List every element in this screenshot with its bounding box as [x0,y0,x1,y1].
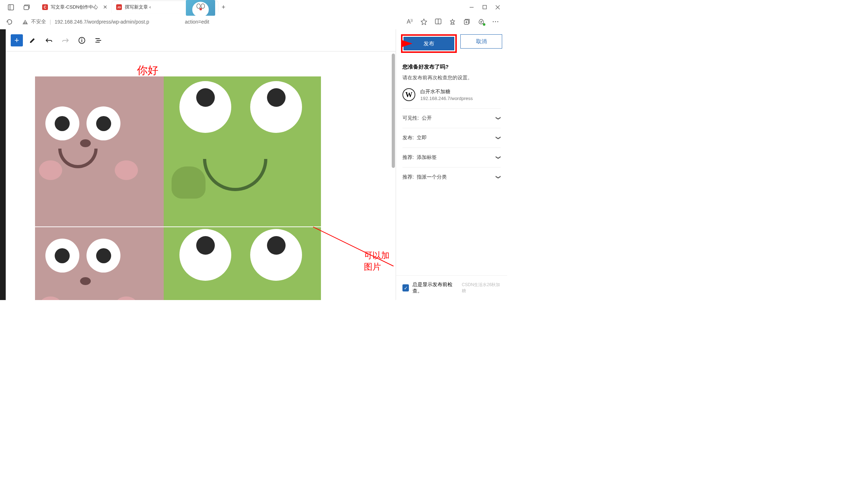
sidebar-footer: ✓ 总是显示发布前检查。 CSDN生活水26秋加糖 [396,275,507,300]
performance-icon[interactable] [478,19,485,25]
site-name: 白开水不加糖 [420,89,473,95]
wordpress-logo-icon: W [402,88,415,101]
row-key: 推荐: [402,154,414,161]
browser-tabs: C 写文章-CSDN创作中心 ✕ JD 撰写新文章 ‹ — W ✕ + [38,1,465,13]
minimize-icon[interactable] [469,5,474,10]
refresh-icon[interactable] [4,17,14,27]
svg-rect-8 [25,23,26,24]
svg-point-18 [81,38,82,39]
annotation-text: 可以加图片 [364,250,396,273]
chevron-down-icon: ❯ [496,175,501,179]
row-key: 发布: [402,135,414,141]
cancel-button[interactable]: 取消 [460,34,502,49]
svg-rect-7 [25,21,26,23]
svg-rect-19 [81,40,82,42]
editor-toolbar: + [6,29,396,51]
chevron-down-icon: ❯ [496,155,501,160]
category-row[interactable]: 推荐:指派一个分类 ❯ [402,167,501,187]
watermark-text: CSDN生活水26秋加糖 [462,282,501,294]
image-block[interactable] [35,76,321,226]
editor-main: + 你好 可以加图片 [6,29,396,300]
always-show-checkbox[interactable]: ✓ [402,284,409,291]
tab-overview-icon[interactable] [22,3,31,11]
visibility-row[interactable]: 可见性:公开 ❯ [402,108,501,128]
url-text: 192.168.246.7/wordpress/wp-admin/post.p [55,19,149,25]
always-show-label: 总是显示发布前检查。 [412,281,458,294]
more-icon[interactable]: ··· [493,19,499,25]
url-input[interactable]: 不安全 | 192.168.246.7/wordpress/wp-admin/p… [17,16,400,28]
add-block-button[interactable]: + [11,34,23,46]
post-title[interactable]: 你好 [137,63,158,78]
avatar-overlay-image [186,0,215,16]
window-close-icon[interactable] [495,5,500,10]
tags-row[interactable]: 推荐:添加标签 ❯ [402,148,501,167]
warning-icon [22,19,28,25]
row-val: 公开 [422,115,432,121]
tab-title: 撰写新文章 ‹ [125,4,151,10]
tab-title: 写文章-CSDN创作中心 [51,4,98,10]
tab-favicon-icon: JD [116,4,122,10]
close-icon[interactable]: ✕ [103,4,108,10]
tab-favicon-icon: C [42,4,48,10]
svg-rect-2 [24,6,29,10]
window-controls [465,5,504,10]
favorite-icon[interactable] [421,19,427,25]
split-screen-icon[interactable] [435,19,441,25]
image-block[interactable] [35,227,321,300]
chevron-down-icon: ❯ [496,136,501,140]
publish-highlight: 发布 [401,34,457,53]
outline-icon[interactable] [91,34,105,47]
read-aloud-icon[interactable]: A)) [407,19,413,25]
ready-description: 请在发布前再次检查您的设置。 [402,75,501,81]
publish-time-row[interactable]: 发布:立即 ❯ [402,128,501,148]
undo-icon[interactable] [42,34,56,47]
edit-icon[interactable] [26,34,39,47]
editor-canvas[interactable]: 你好 可以加图片 [6,51,396,300]
maximize-icon[interactable] [483,5,487,10]
annotation-arrow-icon [402,40,412,47]
info-icon[interactable] [75,34,89,47]
insecure-label: 不安全 [31,19,46,25]
ready-heading: 您准备好发布了吗? [402,64,501,70]
sidebar-toggle-icon[interactable] [6,3,15,11]
svg-rect-0 [8,5,14,10]
row-val: 添加标签 [417,154,437,161]
row-key: 推荐: [402,174,414,180]
row-val: 立即 [417,135,427,141]
new-tab-button[interactable]: + [218,4,229,11]
url-text-suffix: action=edit [185,19,209,25]
browser-titlebar: C 写文章-CSDN创作中心 ✕ JD 撰写新文章 ‹ — W ✕ + [0,0,507,14]
url-separator: | [50,19,51,25]
chevron-down-icon: ❯ [496,116,501,120]
site-url: 192.168.246.7/wordpress [420,96,473,101]
sidebar-actions: 发布 取消 [396,29,507,58]
svg-rect-4 [483,5,486,9]
redo-icon[interactable] [59,34,72,47]
tab-csdn[interactable]: C 写文章-CSDN创作中心 ✕ [38,1,112,13]
collections-icon[interactable] [464,19,470,25]
favorites-bar-icon[interactable] [449,19,456,25]
site-info: W 白开水不加糖 192.168.246.7/wordpress [402,88,501,108]
sidebar-body: 您准备好发布了吗? 请在发布前再次检查您的设置。 W 白开水不加糖 192.16… [396,58,507,275]
wp-admin-bar[interactable] [0,29,6,300]
address-bar: 不安全 | 192.168.246.7/wordpress/wp-admin/p… [0,14,507,29]
publish-sidebar: 发布 取消 您准备好发布了吗? 请在发布前再次检查您的设置。 W 白开水不加糖 … [396,29,507,300]
wordpress-editor-app: + 你好 可以加图片 [0,29,507,300]
row-val: 指派一个分类 [417,174,447,180]
row-key: 可见性: [402,115,419,121]
